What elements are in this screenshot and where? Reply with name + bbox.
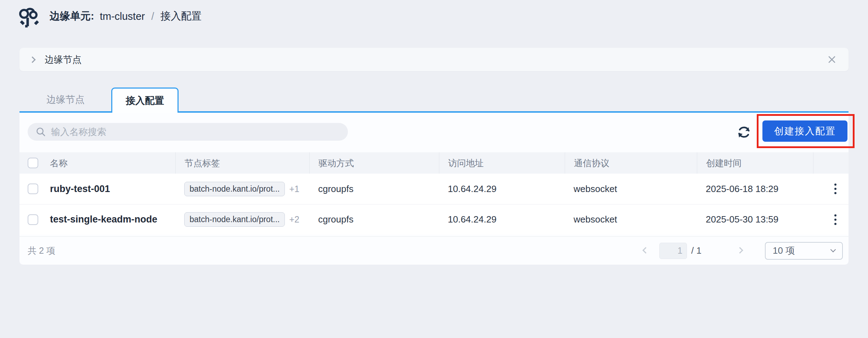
node-label-chip[interactable]: batch-node.kant.io/prot...: [184, 212, 285, 227]
col-node-label: 节点标签: [185, 157, 220, 169]
cell-node-label: batch-node.kant.io/prot... +2: [175, 204, 309, 235]
page-size-value: 10 项: [773, 244, 795, 257]
node-label-more[interactable]: +1: [289, 184, 299, 194]
page-size-select[interactable]: 10 项: [765, 242, 843, 260]
breadcrumb-separator: /: [151, 11, 154, 22]
cell-created: 2025-06-18 18:29: [697, 174, 813, 204]
close-icon[interactable]: [826, 53, 838, 66]
search-input[interactable]: [51, 126, 344, 137]
table-row: test-single-keadm-node batch-node.kant.i…: [19, 204, 849, 235]
table-header-address: 访问地址: [439, 152, 565, 174]
cell-actions: [813, 204, 849, 235]
select-all-checkbox[interactable]: [28, 158, 38, 168]
col-protocol-label: 通信协议: [574, 157, 609, 169]
table-header-name: 名称: [19, 152, 175, 174]
created-value: 2025-06-18 18:29: [706, 184, 778, 195]
breadcrumb-cluster-name: tm-cluster: [100, 11, 145, 22]
cell-created: 2025-05-30 13:59: [697, 204, 813, 235]
cell-driver: cgroupfs: [309, 204, 439, 235]
table-header-driver: 驱动方式: [309, 152, 439, 174]
search-bar[interactable]: [28, 123, 348, 141]
page-total-label: / 1: [691, 245, 701, 256]
cell-actions: [813, 174, 849, 204]
col-name-label: 名称: [50, 157, 68, 169]
protocol-value: websocket: [574, 184, 617, 195]
table-header: 名称 节点标签 驱动方式 访问地址 通信协议 创建时间: [19, 152, 849, 174]
tab-access-config-label: 接入配置: [126, 94, 164, 107]
app-header: 边缘单元: tm-cluster / 接入配置: [0, 0, 868, 33]
prev-page-icon[interactable]: [641, 246, 650, 256]
cell-name: test-single-keadm-node: [19, 204, 175, 235]
address-value: 10.64.24.29: [448, 214, 496, 225]
tab-edge-nodes-label: 边缘节点: [46, 93, 85, 106]
kebab-menu-icon[interactable]: [832, 181, 839, 197]
cell-protocol: websocket: [565, 204, 697, 235]
cell-address: 10.64.24.29: [439, 174, 565, 204]
next-page-icon[interactable]: [735, 246, 744, 256]
breadcrumb: 边缘单元: tm-cluster / 接入配置: [50, 9, 202, 23]
col-address-label: 访问地址: [448, 157, 484, 169]
cell-address: 10.64.24.29: [439, 204, 565, 235]
row-checkbox[interactable]: [28, 184, 38, 194]
row-name-link[interactable]: ruby-test-001: [50, 184, 110, 195]
tab-bar: 边缘节点 接入配置: [19, 86, 849, 113]
pagination: / 1 10 项: [641, 242, 843, 260]
edge-cloud-logo-icon: [16, 4, 43, 29]
chevron-right-icon[interactable]: [29, 56, 35, 63]
table-footer: 共 2 项 / 1 10 项: [19, 236, 849, 265]
cell-name: ruby-test-001: [19, 174, 175, 204]
kebab-menu-icon[interactable]: [832, 212, 839, 228]
chevron-down-icon: [830, 247, 836, 253]
table-header-protocol: 通信协议: [565, 152, 697, 174]
driver-value: cgroupfs: [318, 214, 354, 225]
refresh-icon: [735, 124, 753, 141]
row-checkbox[interactable]: [28, 214, 38, 225]
table-header-created: 创建时间: [697, 152, 813, 174]
cell-protocol: websocket: [565, 174, 697, 204]
col-created-label: 创建时间: [706, 157, 742, 169]
row-name-link[interactable]: test-single-keadm-node: [50, 214, 157, 225]
node-label-more[interactable]: +2: [289, 214, 299, 225]
address-value: 10.64.24.29: [448, 184, 496, 195]
create-access-config-button[interactable]: 创建接入配置: [762, 120, 847, 142]
refresh-button[interactable]: [735, 124, 753, 141]
table-header-node-label: 节点标签: [175, 152, 309, 174]
collapse-panel-title: 边缘节点: [45, 53, 81, 66]
tab-access-config[interactable]: 接入配置: [111, 88, 179, 113]
created-value: 2025-05-30 13:59: [706, 214, 778, 225]
cell-driver: cgroupfs: [309, 174, 439, 204]
protocol-value: websocket: [574, 214, 617, 225]
breadcrumb-prefix: 边缘单元:: [50, 9, 94, 23]
tab-edge-nodes[interactable]: 边缘节点: [19, 86, 112, 113]
driver-value: cgroupfs: [318, 184, 354, 195]
table-body: ruby-test-001 batch-node.kant.io/prot...…: [19, 174, 849, 235]
search-icon: [35, 126, 46, 137]
table-header-actions: [813, 152, 849, 174]
cell-node-label: batch-node.kant.io/prot... +1: [175, 174, 309, 204]
table-row: ruby-test-001 batch-node.kant.io/prot...…: [19, 174, 849, 204]
total-count-label: 共 2 项: [28, 245, 55, 257]
breadcrumb-current: 接入配置: [160, 9, 202, 23]
page-number-input[interactable]: [659, 243, 687, 259]
col-driver-label: 驱动方式: [319, 157, 354, 169]
node-label-chip[interactable]: batch-node.kant.io/prot...: [184, 182, 285, 196]
access-config-panel: 名称 节点标签 驱动方式 访问地址 通信协议 创建时间 ruby-test-00…: [19, 113, 849, 265]
edge-node-collapse-panel[interactable]: 边缘节点: [19, 48, 849, 71]
